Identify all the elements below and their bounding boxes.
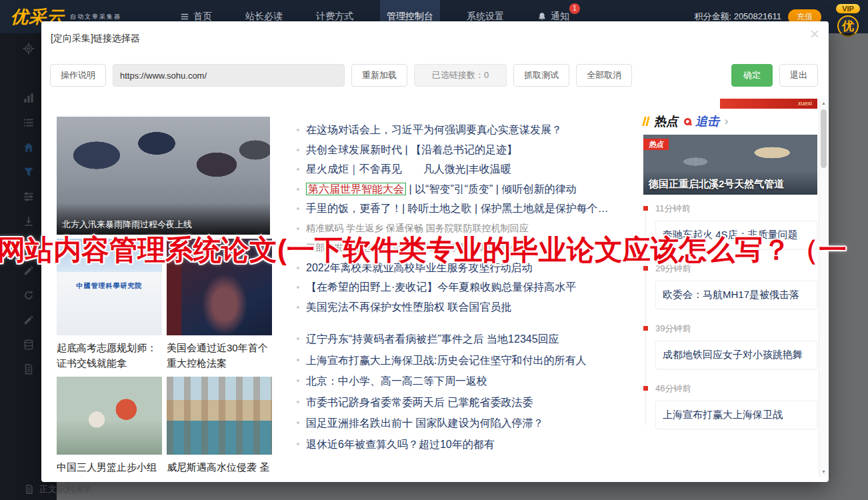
dialog-toolbar: 操作说明 重新加载 已选链接数：0 抓取测试 全部取消 确定 退出 — [50, 64, 818, 87]
card-image-label: 中國管理科學研究院 — [57, 281, 162, 291]
confirm-button[interactable]: 确定 — [731, 64, 773, 87]
timeline-item: 39分钟前成都地铁回应女子对小孩跳艳舞 — [643, 324, 817, 369]
feature-card[interactable]: 中国三人男篮止步小组赛 — [57, 377, 162, 477]
hot-topics-panel: 热点 追击 › 热点 德国正重启北溪2号天然气管道 11分钟前奔驰车起火 4S店… — [643, 113, 817, 444]
vip-badge: VIP — [836, 4, 860, 13]
hot-title-accent: 追击 — [695, 113, 719, 129]
news-link[interactable]: 市委书记跻身省委常委两天后 已掌舵省委政法委 — [295, 392, 639, 413]
card-caption: 起底高考志愿规划师：证书交钱就能拿 — [57, 340, 162, 371]
card-caption: 美国会通过近30年首个重大控枪法案 — [167, 340, 272, 371]
embedded-page: xuexi 北方入汛来暴雨降雨过程今夜上线 在这场对话会上，习近平为何强调要真心… — [50, 99, 819, 477]
page-scrollbar[interactable]: ▲ ▼ — [819, 99, 828, 477]
dialog-title: [定向采集]链接选择器 — [51, 33, 140, 45]
bell-icon — [537, 12, 547, 21]
exit-button[interactable]: 退出 — [779, 64, 818, 87]
hot-topics-header[interactable]: 热点 追击 › — [643, 113, 817, 129]
hot-title: 热点 — [654, 113, 678, 129]
card-caption: 威尼斯遇高水位侵袭 圣 — [167, 459, 272, 475]
news-list-secondary: 辽宁丹东“持黄码者看病被拦”事件之后 当地12345回应上海宣布打赢大上海保卫战… — [295, 329, 639, 455]
magnifier-icon — [684, 118, 691, 125]
news-link[interactable]: 手里的饭，更香了！| 聆听土地之歌 | 保护黑土地就是保护每个… — [295, 199, 639, 219]
news-link[interactable]: 星火成炬｜不舍再见 凡人微光|丰收温暖 — [295, 159, 639, 179]
hot-tag: 热点 — [643, 139, 669, 150]
news-link[interactable]: 【在希望的田野上·麦收记】今年夏粮收购总量保持高水平 — [295, 277, 639, 297]
overlay-caption: 网站内容管理系统论文(一下软件类专业的毕业论文应该怎么写？（一 — [0, 231, 868, 269]
selected-link-box[interactable]: 第六届世界智能大会 — [306, 183, 406, 195]
hot-image-caption: 德国正重启北溪2号天然气管道 — [649, 178, 784, 191]
timeline-time: 46分钟前 — [655, 384, 817, 393]
timeline-item: 46分钟前上海宣布打赢大上海保卫战 — [643, 384, 817, 429]
close-icon[interactable]: × — [810, 26, 819, 42]
news-link[interactable]: 上海宣布打赢大上海保卫战:历史会记住坚守和付出的所有人 — [295, 350, 639, 371]
timeline-time: 11分钟前 — [655, 204, 817, 213]
selected-count: 已选链接数：0 — [414, 64, 507, 87]
reload-button[interactable]: 重新加载 — [351, 64, 407, 87]
card-image — [167, 377, 272, 455]
news-link[interactable]: 退休近6年被查算久吗？超过10年的都有 — [295, 434, 639, 455]
hot-bars-icon — [642, 117, 651, 126]
timeline-item: 29分钟前欧委会：马航MH17是被俄击落 — [643, 264, 817, 309]
timeline-link[interactable]: 成都地铁回应女子对小孩跳艳舞 — [655, 341, 817, 369]
grab-test-button[interactable]: 抓取测试 — [513, 64, 569, 87]
news-link[interactable]: 共创全球发展新时代 | 【沿着总书记的足迹】 — [295, 140, 639, 160]
hamburger-icon — [180, 12, 189, 21]
news-link[interactable]: 辽宁丹东“持黄码者看病被拦”事件之后 当地12345回应 — [295, 329, 639, 350]
feature-card[interactable]: 威尼斯遇高水位侵袭 圣 — [167, 377, 272, 475]
timeline-link[interactable]: 欧委会：马航MH17是被俄击落 — [655, 281, 817, 309]
timeline-time: 39分钟前 — [655, 324, 817, 333]
news-link[interactable]: 北京：中小学、高一高二等下周一返校 — [295, 371, 639, 392]
cancel-all-button[interactable]: 全部取消 — [576, 64, 632, 87]
hero-photo[interactable]: 北方入汛来暴雨降雨过程今夜上线 — [57, 117, 270, 235]
help-button[interactable]: 操作说明 — [50, 64, 106, 87]
logo-tagline: 自动文章采集器 — [70, 13, 121, 21]
hero-caption: 北方入汛来暴雨降雨过程今夜上线 — [57, 203, 270, 235]
news-link[interactable]: 在这场对话会上，习近平为何强调要真心实意谋发展？ — [295, 120, 639, 140]
hot-topic-image[interactable]: 热点 德国正重启北溪2号天然气管道 — [643, 135, 817, 195]
timeline-link[interactable]: 上海宣布打赢大上海保卫战 — [655, 401, 817, 429]
promo-banner[interactable]: xuexi — [720, 99, 817, 109]
scrollbar-thumb[interactable] — [821, 109, 827, 168]
card-image — [57, 377, 162, 455]
news-list-primary: 在这场对话会上，习近平为何强调要真心实意谋发展？共创全球发展新时代 | 【沿着总… — [295, 120, 639, 317]
chevron-right-icon: › — [725, 115, 728, 127]
news-link[interactable]: 第六届世界智能大会 | 以“智变”引“质变” | 倾听创新的律动 — [295, 179, 639, 199]
url-input[interactable] — [113, 64, 345, 87]
corner-account: VIP 优 — [831, 2, 865, 37]
scroll-up-arrow[interactable]: ▲ — [819, 99, 828, 108]
news-link[interactable]: 美国宪法不再保护女性堕胎权 联合国官员批 — [295, 297, 639, 317]
card-caption: 中国三人男篮止步小组赛 — [57, 459, 162, 477]
scroll-down-arrow[interactable]: ▼ — [819, 467, 828, 477]
notification-badge: 1 — [569, 3, 580, 14]
news-link[interactable]: 国足亚洲排名跌出前十 国家队建设为何陷入停滞？ — [295, 413, 639, 434]
